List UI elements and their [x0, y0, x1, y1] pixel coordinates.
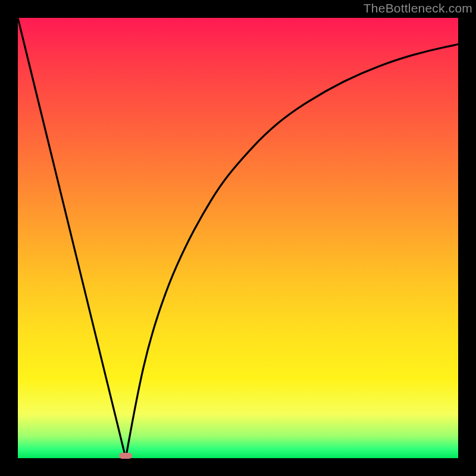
curve-right-branch — [126, 44, 458, 458]
watermark-text: TheBottleneck.com — [364, 1, 472, 15]
plot-area — [18, 18, 458, 458]
optimal-point-marker — [119, 453, 132, 459]
bottleneck-curve — [18, 18, 458, 458]
curve-left-branch — [18, 18, 126, 458]
chart-frame: TheBottleneck.com — [0, 0, 476, 476]
